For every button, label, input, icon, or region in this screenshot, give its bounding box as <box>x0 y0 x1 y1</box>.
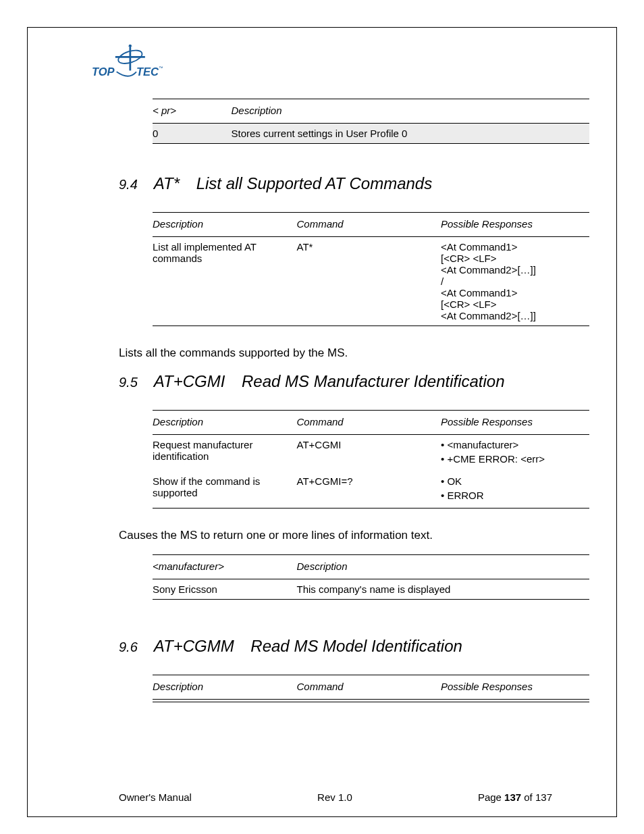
cell: Sony Ericsson <box>153 579 297 600</box>
cell: <At Command1> [<CR> <LF> <At Command2>[…… <box>441 237 589 326</box>
col-header: Command <box>297 675 441 700</box>
col-header: < pr> <box>153 99 231 124</box>
col-header: Possible Responses <box>441 675 589 700</box>
body-text: Lists all the commands supported by the … <box>119 346 579 360</box>
cell: Show if the command is supported <box>153 471 297 509</box>
section-heading-95: 9.5 AT+CGMI Read MS Manufacturer Identif… <box>119 372 579 391</box>
logo-text-tec: TEC <box>136 66 159 78</box>
col-header: Description <box>153 411 297 435</box>
cell: This company's name is displayed <box>297 579 590 600</box>
body-text: Causes the MS to return one or more line… <box>119 529 579 542</box>
logo-text-top: TOP <box>92 66 115 78</box>
manufacturer-table: <manufacturer> Description Sony Ericsson… <box>153 554 589 600</box>
cell: Stores current settings in User Profile … <box>231 124 589 144</box>
cell: <manufacturer> +CME ERROR: <err> <box>441 435 589 472</box>
page-frame: TOP TEC ™ < pr> Description 0 Stores cur… <box>27 27 617 817</box>
cell: AT+CGMI <box>297 435 441 472</box>
cell: AT+CGMI=? <box>297 471 441 509</box>
col-header: Possible Responses <box>441 411 589 435</box>
cell: OK ERROR <box>441 471 589 509</box>
cell: List all implemented AT commands <box>153 237 297 326</box>
cell: AT* <box>297 237 441 326</box>
col-header: Description <box>297 555 590 579</box>
col-header: <manufacturer> <box>153 555 297 579</box>
cgmm-table: Description Command Possible Responses <box>153 675 589 702</box>
cell: Request manufacturer identification <box>153 435 297 472</box>
pr-table: < pr> Description 0 Stores current setti… <box>153 99 589 144</box>
col-header: Command <box>297 411 441 435</box>
col-header: Description <box>153 213 297 237</box>
cell: 0 <box>153 124 231 144</box>
section-heading-96: 9.6 AT+CGMM Read MS Model Identification <box>119 637 579 656</box>
col-header: Description <box>231 99 589 124</box>
col-header: Command <box>297 213 441 237</box>
page-footer: Owner's Manual Rev 1.0 Page 137 of 137 <box>55 791 589 803</box>
section-heading-94: 9.4 AT* List all Supported AT Commands <box>119 174 579 193</box>
toptec-logo: TOP TEC ™ <box>92 45 166 82</box>
col-header: Description <box>153 675 297 700</box>
footer-page: Page 137 of 137 <box>478 791 552 803</box>
col-header: Possible Responses <box>441 213 589 237</box>
footer-center: Rev 1.0 <box>317 791 352 803</box>
cgmi-table: Description Command Possible Responses R… <box>153 410 589 509</box>
footer-left: Owner's Manual <box>119 791 192 803</box>
at-star-table: Description Command Possible Responses L… <box>153 212 589 326</box>
svg-text:™: ™ <box>159 66 163 70</box>
